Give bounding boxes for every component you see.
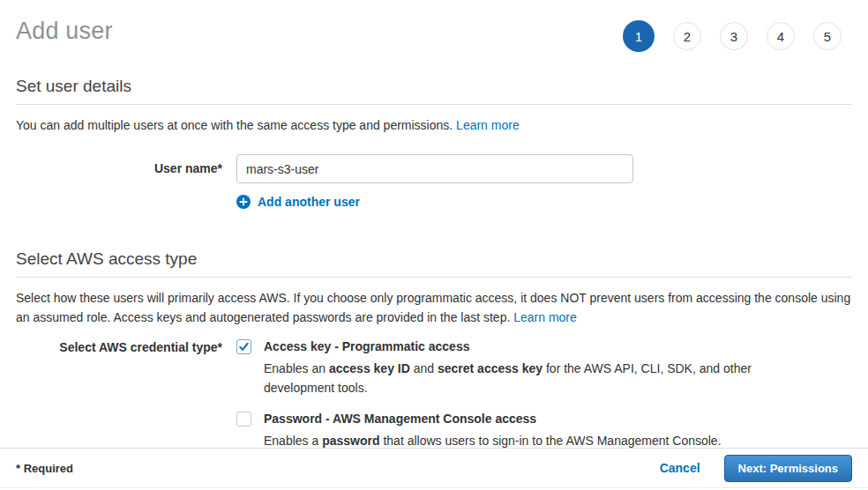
user-details-learn-more-link[interactable]: Learn more [456,118,520,132]
add-another-user-link[interactable]: Add another user [236,195,360,209]
access-type-intro-text: Select how these users will primarily ac… [16,291,850,324]
page-title: Add user [16,18,113,45]
user-details-intro-text: You can add multiple users at once with … [16,118,453,132]
access-type-intro: Select how these users will primarily ac… [16,288,852,327]
desc-text-bold: password [322,434,379,448]
credential-type-row: Select AWS credential type* Access key -… [16,339,852,450]
access-key-option-title[interactable]: Access key - Programmatic access [264,339,758,354]
password-option: Password - AWS Management Console access… [236,412,758,450]
desc-text: Enables a [264,434,322,448]
step-1: 1 [623,20,655,52]
user-details-intro: You can add multiple users at once with … [16,115,852,135]
password-checkbox[interactable] [236,412,251,427]
password-option-title[interactable]: Password - AWS Management Console access [264,412,722,427]
cancel-link[interactable]: Cancel [660,461,700,475]
password-option-text: Password - AWS Management Console access… [264,412,722,450]
username-label: User name* [16,154,236,183]
wizard-header: Add user 1 2 3 4 5 [16,0,852,52]
username-row: User name* [16,154,852,183]
access-key-option-desc: Enables an access key ID and secret acce… [264,359,758,397]
set-user-details-section: Set user details You can add multiple us… [16,77,852,209]
checkmark-icon [238,341,250,353]
add-another-user-row: Add another user [16,195,852,209]
access-type-learn-more-link[interactable]: Learn more [513,310,577,324]
wizard-footer: * Required Cancel Next: Permissions [0,448,868,488]
step-5: 5 [813,22,842,50]
add-another-user-spacer [16,195,236,209]
desc-text-bold: access key ID [329,361,410,375]
credential-options: Access key - Programmatic access Enables… [236,339,758,450]
access-key-checkbox[interactable] [236,339,251,354]
desc-text: that allows users to sign-in to the AWS … [380,434,722,448]
access-key-option-text: Access key - Programmatic access Enables… [264,339,758,397]
next-permissions-button[interactable]: Next: Permissions [724,455,852,482]
step-4: 4 [767,22,795,50]
credential-type-label: Select AWS credential type* [16,339,236,450]
plus-circle-icon [236,195,251,209]
access-type-section: Select AWS access type Select how these … [16,249,852,450]
add-another-user-label: Add another user [258,195,360,209]
username-input[interactable] [236,154,633,183]
add-user-wizard: Add user 1 2 3 4 5 Set user details You … [0,0,868,490]
step-2: 2 [673,22,701,50]
desc-text: and [410,361,438,375]
step-indicator: 1 2 3 4 5 [623,18,852,52]
desc-text: Enables an [264,361,329,375]
step-3: 3 [720,22,748,50]
desc-text-bold: secret access key [438,361,542,375]
set-user-details-heading: Set user details [16,77,852,105]
required-note: * Required [16,462,73,475]
access-key-option: Access key - Programmatic access Enables… [236,339,758,397]
access-type-heading: Select AWS access type [16,249,852,278]
